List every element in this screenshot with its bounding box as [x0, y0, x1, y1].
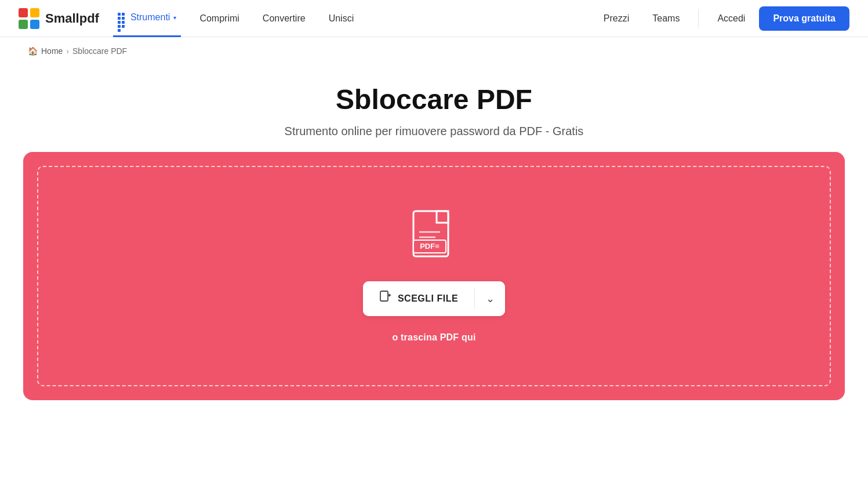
choose-file-label: SCEGLI FILE — [398, 293, 458, 304]
breadcrumb-current: Sbloccare PDF — [72, 46, 127, 56]
drag-text: o trascina PDF qui — [392, 332, 475, 343]
nav-divider — [698, 9, 699, 28]
nav-teams[interactable]: Teams — [643, 0, 689, 37]
svg-rect-2 — [19, 20, 28, 29]
breadcrumb-home-link[interactable]: Home — [41, 46, 63, 56]
chevron-down-icon: ⌄ — [486, 292, 495, 305]
nav-unisci[interactable]: Unisci — [319, 0, 364, 37]
strumenti-chevron-icon: ▾ — [173, 14, 176, 21]
dropzone-wrapper: PDF≡ SCEGLI FILE — [23, 152, 845, 400]
home-icon: 🏠 — [28, 46, 38, 56]
dropzone[interactable]: PDF≡ SCEGLI FILE — [37, 166, 831, 386]
choose-file-button[interactable]: SCEGLI FILE — [363, 281, 474, 316]
breadcrumb: 🏠 Home › Sbloccare PDF — [0, 37, 868, 65]
nav-convertire[interactable]: Convertire — [253, 0, 315, 37]
svg-rect-0 — [19, 8, 28, 17]
svg-rect-3 — [30, 20, 39, 29]
strumenti-label: Strumenti — [130, 12, 170, 23]
accedi-button[interactable]: Accedi — [708, 0, 754, 37]
logo-icon — [19, 8, 39, 29]
nav-comprimi[interactable]: Comprimi — [190, 0, 248, 37]
hero-section: Sbloccare PDF Strumento online per rimuo… — [0, 65, 868, 152]
grid-icon — [118, 13, 127, 22]
file-dropdown-button[interactable]: ⌄ — [475, 281, 505, 316]
file-button-row: SCEGLI FILE ⌄ — [363, 281, 505, 316]
prova-gratuita-button[interactable]: Prova gratuita — [759, 6, 849, 31]
page-title: Sbloccare PDF — [9, 84, 859, 115]
svg-rect-1 — [30, 8, 39, 17]
pdf-icon-wrapper: PDF≡ — [411, 210, 457, 265]
header: Smallpdf Strumenti ▾ Comprimi Convertire… — [0, 0, 868, 37]
svg-text:PDF≡: PDF≡ — [420, 242, 440, 251]
nav-prezzi[interactable]: Prezzi — [594, 0, 638, 37]
file-plus-icon — [379, 291, 392, 306]
nav-strumenti[interactable]: Strumenti ▾ — [113, 0, 181, 37]
svg-rect-9 — [380, 291, 388, 301]
logo-text: Smallpdf — [45, 11, 99, 26]
logo[interactable]: Smallpdf — [19, 8, 99, 29]
pdf-file-icon: PDF≡ — [411, 210, 457, 265]
page-subtitle: Strumento online per rimuovere password … — [9, 125, 859, 138]
breadcrumb-separator: › — [66, 46, 69, 56]
